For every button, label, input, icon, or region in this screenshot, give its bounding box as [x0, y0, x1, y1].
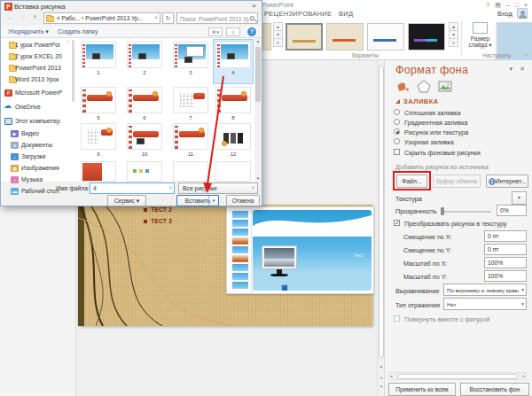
file-thumbnail[interactable] [81, 123, 116, 150]
avatar[interactable] [517, 8, 528, 19]
file-thumbnail[interactable] [127, 87, 162, 113]
radio-icon[interactable] [394, 138, 400, 144]
option-solid-fill[interactable]: Сплошная заливка [404, 109, 461, 117]
file-thumbnail[interactable] [81, 42, 116, 68]
scroll-left-icon[interactable]: ◂ [390, 374, 392, 378]
vertical-scrollbar[interactable]: ▼ ⏶ ⏷ [377, 60, 384, 396]
variant-3[interactable] [367, 23, 404, 50]
collapse-ribbon-icon[interactable]: ⌃ [524, 53, 528, 59]
filename-input[interactable]: 4 [90, 182, 175, 194]
effects-shape-icon[interactable] [417, 80, 431, 93]
inserted-screenshot-picture[interactable]: Устройство компьютера Тест [226, 206, 374, 294]
ribbon-options-icon[interactable]: ▤ [495, 2, 502, 8]
tile-as-texture-checkbox[interactable]: Преобразовать рисунок в текстуру [404, 220, 507, 228]
transparency-slider-thumb[interactable] [441, 207, 444, 215]
file-thumbnail[interactable] [215, 161, 251, 182]
forward-icon[interactable]: → [19, 13, 26, 21]
apply-to-all-button[interactable]: Применить ко всем [388, 383, 456, 396]
checkbox-checked-icon[interactable] [394, 220, 400, 226]
view-mode-button[interactable]: ≣ ▾ [208, 27, 223, 36]
variant-1[interactable] [286, 23, 323, 50]
option-pattern-fill[interactable]: Узорная заливка [404, 138, 454, 146]
refresh-icon[interactable]: ↻ [162, 12, 174, 24]
file-grid-scrollbar[interactable]: ▲ ▼ [254, 38, 262, 182]
transparency-value[interactable]: 0% [497, 205, 527, 216]
tab-review[interactable]: РЕЦЕНЗИРОВАНИЕ [264, 10, 332, 18]
up-icon[interactable]: ↑ [33, 13, 36, 21]
option-hide-background[interactable]: Скрыть фоновые рисунки [404, 149, 481, 157]
variant-2[interactable] [326, 23, 364, 50]
file-thumbnail[interactable] [127, 42, 162, 68]
tab-view[interactable]: ВИД [339, 10, 353, 18]
dialog-close-icon[interactable]: × [252, 2, 256, 10]
themes-gallery-scroll[interactable]: ▲▼≡ [273, 23, 283, 50]
online-button[interactable]: Интернет... [486, 175, 528, 188]
file-thumbnail[interactable] [81, 87, 116, 113]
file-thumbnail[interactable] [127, 161, 162, 182]
option-picture-fill[interactable]: Рисунок или текстура [404, 128, 468, 136]
search-input[interactable]: Поиск: PowerPoint 2013 Ур... [176, 12, 258, 24]
transparency-slider[interactable] [442, 211, 491, 213]
fill-bucket-icon[interactable] [395, 80, 410, 93]
scroll-down-icon[interactable]: ▼ [254, 176, 262, 181]
scroll-up-icon[interactable]: ▲ [254, 39, 262, 43]
themes-gallery-edge[interactable] [262, 23, 271, 50]
radio-icon-selected[interactable] [394, 128, 400, 135]
variants-gallery-scroll[interactable]: ▲▼≡ [449, 23, 458, 50]
file-thumbnail[interactable] [173, 42, 208, 68]
scrollbar-thumb[interactable] [379, 66, 384, 358]
minimize-icon[interactable]: – [506, 2, 511, 8]
cancel-button[interactable]: Отмена [226, 195, 260, 206]
scrollbar-thumb[interactable] [255, 47, 261, 102]
texture-dropdown-button[interactable]: ▾ [512, 191, 527, 205]
help-icon[interactable]: ? [247, 27, 256, 36]
sign-in-link[interactable]: Вход [497, 10, 512, 18]
file-thumbnail[interactable] [173, 87, 208, 113]
sidebar-scrollbar[interactable] [72, 40, 74, 102]
pane-menu-icon[interactable]: ▾ [509, 66, 512, 73]
radio-icon[interactable] [394, 119, 400, 125]
organize-button[interactable]: Упорядочить ▾ [8, 28, 49, 35]
breadcrumb[interactable]: « Рабо... › PowerPoint 2013 Ур... [43, 12, 160, 24]
restore-icon[interactable]: □ [515, 2, 520, 8]
clipboard-button[interactable]: Буфер обмена [433, 175, 481, 188]
scrollbar-thumb[interactable] [397, 374, 518, 379]
reset-background-button[interactable]: Восстановить фон [460, 383, 529, 396]
radio-icon[interactable] [394, 109, 400, 115]
tools-button[interactable]: Сервис ▾ [107, 195, 146, 206]
preview-pane-button[interactable]: ▯ [226, 27, 240, 36]
file-thumbnail[interactable] [173, 161, 208, 182]
scale-y-value[interactable]: 100% [484, 270, 527, 282]
slide[interactable]: ТЕСТ 2 ТЕСТ 3 Устройство компьютера Тест [78, 205, 372, 326]
sidebar-scroll-up-icon[interactable]: ⌃ [66, 40, 70, 45]
insert-picture-from-label: Добавить рисунок из источника [395, 163, 489, 171]
file-thumbnail[interactable] [127, 123, 162, 150]
alignment-dropdown[interactable]: По верхнему и левому краю [443, 283, 527, 296]
insert-button[interactable]: Вставить▾ [176, 195, 219, 206]
file-thumbnail[interactable] [215, 123, 251, 150]
file-thumbnail[interactable] [81, 161, 116, 182]
help-icon[interactable]: ? [486, 2, 490, 8]
new-folder-button[interactable]: Создать папку [58, 28, 98, 35]
variant-4[interactable] [408, 23, 445, 50]
powerpoint-window: PowerPoint ?▤–□× Вход РЕЦЕНЗИРОВАНИЕ ВИД… [0, 0, 532, 396]
back-icon[interactable]: ← [6, 13, 13, 21]
close-icon[interactable]: × [524, 2, 528, 8]
mirror-type-dropdown[interactable]: Нет [443, 298, 527, 310]
option-gradient-fill[interactable]: Градиентная заливка [404, 119, 467, 127]
picture-fill-icon[interactable] [438, 80, 452, 93]
scroll-right-icon[interactable]: ▸ [523, 374, 525, 378]
file-thumbnail[interactable] [215, 42, 251, 68]
pane-horizontal-scrollbar[interactable]: ◂ ▸ [388, 372, 527, 380]
filetype-dropdown[interactable]: Все рисунки [178, 182, 258, 194]
checkbox-icon[interactable] [394, 149, 400, 155]
fill-section-header[interactable]: ЗАЛИВКА [395, 97, 439, 105]
scale-x-value[interactable]: 100% [484, 257, 527, 268]
offset-y-value[interactable]: 0 пт [484, 244, 527, 255]
pane-close-icon[interactable]: ✕ [520, 66, 525, 73]
insert-split-arrow-icon[interactable]: ▾ [208, 196, 218, 206]
file-thumbnail[interactable] [215, 87, 251, 113]
file-thumbnail[interactable] [173, 123, 208, 150]
mini-slide-thumb [232, 246, 248, 253]
offset-x-value[interactable]: 0 пт [484, 230, 527, 242]
